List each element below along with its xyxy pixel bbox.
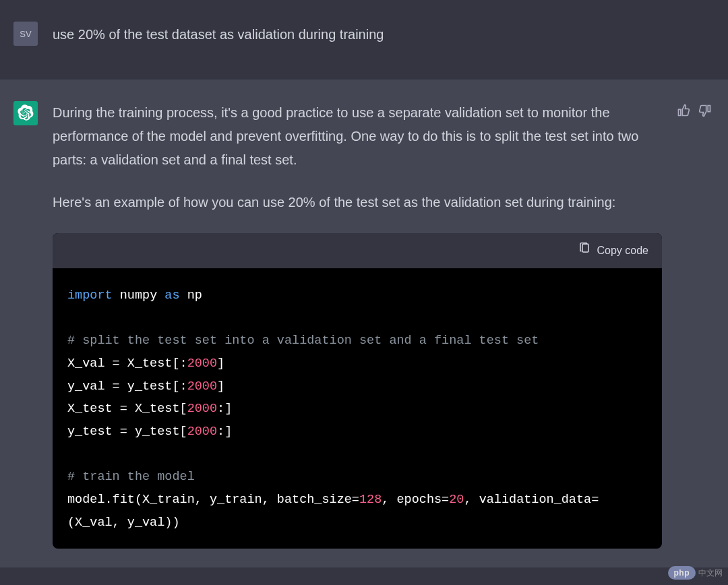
assistant-message-row: During the training process, it's a good… xyxy=(0,80,728,567)
copy-code-button[interactable]: Copy code xyxy=(578,241,649,260)
watermark: php 中文网 xyxy=(668,566,723,580)
thumbs-up-icon xyxy=(677,108,690,119)
feedback-button-group xyxy=(677,104,715,120)
thumbs-up-button[interactable] xyxy=(677,104,693,120)
copy-code-label: Copy code xyxy=(597,241,649,260)
assistant-paragraph-1: During the training process, it's a good… xyxy=(53,101,662,172)
assistant-content: During the training process, it's a good… xyxy=(53,101,662,549)
openai-logo-icon xyxy=(18,104,34,123)
svg-rect-0 xyxy=(582,244,588,252)
clipboard-icon xyxy=(578,241,590,260)
user-avatar: SV xyxy=(13,22,38,46)
code-content: import numpy as np # split the test set … xyxy=(53,268,662,549)
user-message-text: use 20% of the test dataset as validatio… xyxy=(53,24,384,44)
thumbs-down-icon xyxy=(698,108,712,119)
assistant-avatar xyxy=(13,101,38,125)
watermark-badge: php xyxy=(668,566,696,580)
watermark-text: 中文网 xyxy=(698,567,723,579)
user-message-row: SV use 20% of the test dataset as valida… xyxy=(0,0,728,80)
code-block: Copy code import numpy as np # split the… xyxy=(53,233,662,549)
thumbs-down-button[interactable] xyxy=(698,104,715,120)
code-block-header: Copy code xyxy=(53,233,662,268)
assistant-paragraph-2: Here's an example of how you can use 20%… xyxy=(53,191,662,214)
